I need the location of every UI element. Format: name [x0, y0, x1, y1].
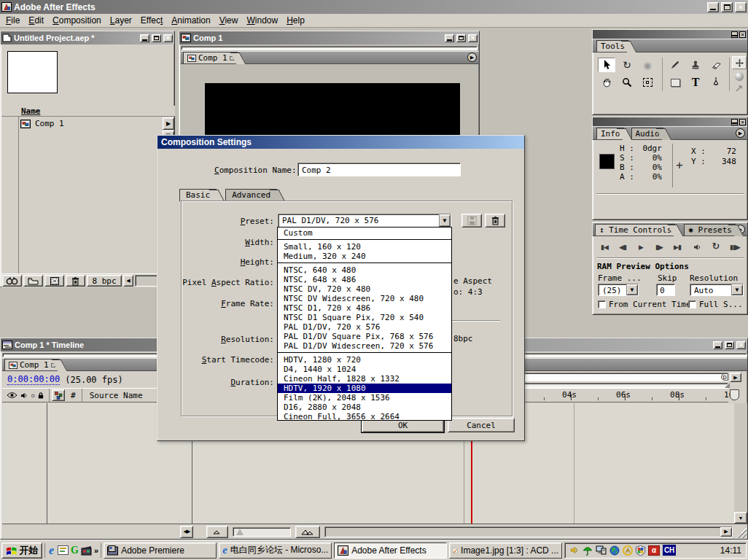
- panel-menu-icon[interactable]: ▶: [736, 128, 745, 138]
- panel-menu-icon[interactable]: ▶: [467, 52, 477, 62]
- tab-info[interactable]: Info: [596, 128, 624, 139]
- delete-button[interactable]: [66, 275, 85, 287]
- minimize-icon[interactable]: [140, 34, 149, 42]
- layer-switches-button[interactable]: [52, 389, 65, 401]
- info-titlebar[interactable]: ▬ ×: [593, 117, 747, 126]
- scroll-left-icon[interactable]: ◀: [123, 275, 133, 287]
- tab-basic[interactable]: Basic: [179, 189, 217, 201]
- first-frame-button[interactable]: ▮◀: [596, 241, 612, 253]
- preset-option[interactable]: Film (2K), 2048 x 1536: [278, 393, 451, 402]
- tray-volume-icon[interactable]: [569, 545, 580, 555]
- ram-preview-button[interactable]: ▮▮▶: [727, 241, 743, 253]
- tools-titlebar[interactable]: ▬ ×: [593, 30, 747, 39]
- menu-composition[interactable]: Composition: [48, 14, 106, 27]
- skip-input[interactable]: 0: [656, 284, 675, 296]
- frame-rate-select[interactable]: (25)▼: [598, 284, 639, 296]
- last-frame-button[interactable]: ▶▮: [669, 241, 685, 253]
- scroll-down-icon[interactable]: ▼: [734, 512, 747, 524]
- preset-option[interactable]: NTSC, 648 x 486: [278, 275, 451, 284]
- layer-number-column[interactable]: #: [71, 391, 76, 400]
- prev-frame-button[interactable]: ◀▮: [615, 241, 631, 253]
- project-item-comp1[interactable]: Comp 1: [1, 117, 162, 130]
- preset-option[interactable]: Custom: [278, 228, 451, 238]
- navigator-end-cap[interactable]: D: [721, 373, 728, 381]
- resize-grip[interactable]: [736, 528, 747, 538]
- comp-pan-strip[interactable]: [181, 46, 478, 50]
- pan-behind-button[interactable]: ◀▶: [180, 526, 193, 538]
- resolution-select[interactable]: Auto▼: [690, 284, 744, 296]
- zoom-out-button[interactable]: [206, 526, 228, 538]
- minimize-icon[interactable]: ▬: [731, 119, 738, 125]
- project-name-header[interactable]: Name: [1, 106, 175, 117]
- save-preset-button[interactable]: [461, 214, 482, 228]
- tab-time-controls[interactable]: ↕ Time Controls: [595, 224, 675, 236]
- tab-comp1[interactable]: Comp 1: [183, 52, 238, 63]
- rectangle-mask-tool[interactable]: [666, 75, 684, 90]
- minimize-icon[interactable]: [713, 341, 722, 349]
- close-icon[interactable]: ×: [736, 341, 746, 349]
- rotation-tool[interactable]: ↻: [618, 58, 636, 72]
- taskbar-button-after-effects[interactable]: Adobe After Effects: [334, 542, 447, 559]
- preset-option[interactable]: D4, 1440 x 1024: [278, 365, 451, 374]
- quicklaunch-overflow-chevron[interactable]: »: [94, 546, 98, 555]
- close-icon[interactable]: ×: [739, 31, 746, 38]
- close-icon[interactable]: ×: [735, 2, 747, 12]
- maximize-icon[interactable]: [721, 2, 733, 12]
- comp-titlebar[interactable]: Comp 1 ×: [179, 31, 479, 44]
- close-icon[interactable]: ×: [739, 119, 746, 125]
- close-icon[interactable]: ×: [468, 34, 478, 42]
- preset-option[interactable]: PAL D1/DV, 720 x 576: [278, 322, 451, 332]
- audio-icon[interactable]: [20, 392, 28, 400]
- maximize-icon[interactable]: [725, 341, 734, 349]
- region-of-interest-tool[interactable]: [639, 75, 656, 90]
- full-screen-checkbox[interactable]: Full S...: [688, 300, 743, 309]
- quicklaunch-desktop-icon[interactable]: [58, 545, 69, 555]
- sphere-widget[interactable]: [735, 72, 744, 81]
- preset-option[interactable]: Cineon Full, 3656 x 2664: [278, 412, 451, 421]
- maximize-icon[interactable]: [152, 34, 161, 42]
- preset-option[interactable]: NTSC, 640 x 480: [278, 265, 451, 275]
- minimize-icon[interactable]: ▬: [731, 31, 738, 38]
- tray-globe-icon[interactable]: [609, 545, 620, 556]
- close-icon[interactable]: ×: [163, 34, 173, 42]
- eye-icon[interactable]: [7, 392, 17, 399]
- tab-lock-box[interactable]: [230, 56, 234, 61]
- project-titlebar[interactable]: Untitled Project.aep * ×: [1, 31, 174, 44]
- brush-tool[interactable]: [666, 58, 684, 72]
- tray-acdsee-icon[interactable]: α: [648, 545, 660, 556]
- preset-option[interactable]: NTSC DV Widescreen, 720 x 480: [278, 294, 451, 303]
- quicklaunch-ie-icon[interactable]: e: [47, 544, 55, 557]
- checkbox-box[interactable]: [598, 300, 606, 308]
- solo-icon[interactable]: ○: [31, 392, 35, 400]
- scroll-right-icon[interactable]: ▶: [720, 527, 732, 537]
- zoom-slider-thumb[interactable]: [236, 529, 244, 535]
- source-name-column[interactable]: Source Name: [90, 391, 143, 400]
- preset-select[interactable]: PAL D1/DV, 720 x 576 ▼: [278, 214, 451, 228]
- menu-file[interactable]: File: [1, 14, 24, 27]
- tray-umbrella-icon[interactable]: [583, 545, 593, 556]
- preset-option[interactable]: NTSC DV, 720 x 480: [278, 284, 451, 294]
- menu-view[interactable]: View: [215, 14, 243, 27]
- clone-stamp-tool[interactable]: [687, 58, 704, 72]
- start-button[interactable]: 开始: [1, 542, 42, 559]
- tab-advanced[interactable]: Advanced: [225, 189, 277, 201]
- new-composition-button[interactable]: [44, 275, 64, 287]
- preset-option[interactable]: D16, 2880 x 2048: [278, 402, 451, 412]
- selection-tool[interactable]: [598, 58, 615, 72]
- orbit-camera-tool[interactable]: ◉: [639, 58, 656, 72]
- menu-layer[interactable]: Layer: [106, 14, 136, 27]
- timeline-vscrollbar[interactable]: ▼: [734, 403, 747, 524]
- lock-icon[interactable]: [37, 392, 44, 400]
- cancel-button[interactable]: Cancel: [448, 418, 515, 432]
- tab-tools[interactable]: Tools: [596, 40, 628, 52]
- bit-depth-button[interactable]: 8 bpc: [87, 275, 122, 287]
- new-folder-button[interactable]: [23, 275, 43, 287]
- minimize-icon[interactable]: [445, 34, 454, 42]
- preset-option[interactable]: PAL D1/DV Widescreen, 720 x 576: [278, 341, 451, 351]
- menu-effect[interactable]: Effect: [136, 14, 167, 27]
- chevron-down-icon[interactable]: ▼: [731, 284, 743, 295]
- maximize-icon[interactable]: [456, 34, 466, 42]
- type-tool[interactable]: T: [687, 75, 704, 90]
- tab-lock-box[interactable]: [51, 363, 55, 368]
- zoom-slider[interactable]: [233, 527, 291, 537]
